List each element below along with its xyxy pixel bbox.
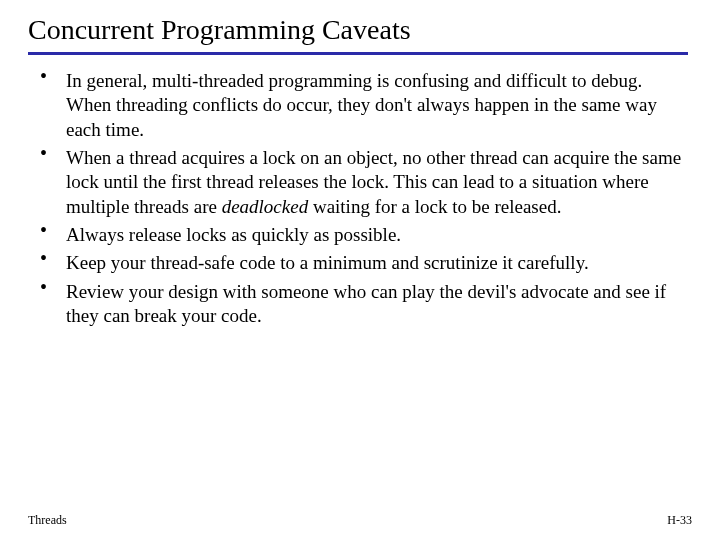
italic-term: deadlocked	[222, 196, 309, 217]
footer-left: Threads	[28, 513, 67, 528]
list-item: Always release locks as quickly as possi…	[40, 223, 692, 247]
list-item: In general, multi-threaded programming i…	[40, 69, 692, 142]
bullet-text: waiting for a lock to be released.	[308, 196, 561, 217]
title-rule	[28, 52, 688, 55]
bullet-list: In general, multi-threaded programming i…	[28, 69, 692, 328]
list-item: Review your design with someone who can …	[40, 280, 692, 329]
bullet-text: Review your design with someone who can …	[66, 281, 666, 326]
slide-title: Concurrent Programming Caveats	[28, 14, 692, 46]
footer-right: H-33	[667, 513, 692, 528]
bullet-text: In general, multi-threaded programming i…	[66, 70, 657, 140]
list-item: Keep your thread-safe code to a minimum …	[40, 251, 692, 275]
bullet-text: Keep your thread-safe code to a minimum …	[66, 252, 589, 273]
list-item: When a thread acquires a lock on an obje…	[40, 146, 692, 219]
footer: Threads H-33	[28, 513, 692, 528]
slide: Concurrent Programming Caveats In genera…	[0, 0, 720, 328]
bullet-text: Always release locks as quickly as possi…	[66, 224, 401, 245]
